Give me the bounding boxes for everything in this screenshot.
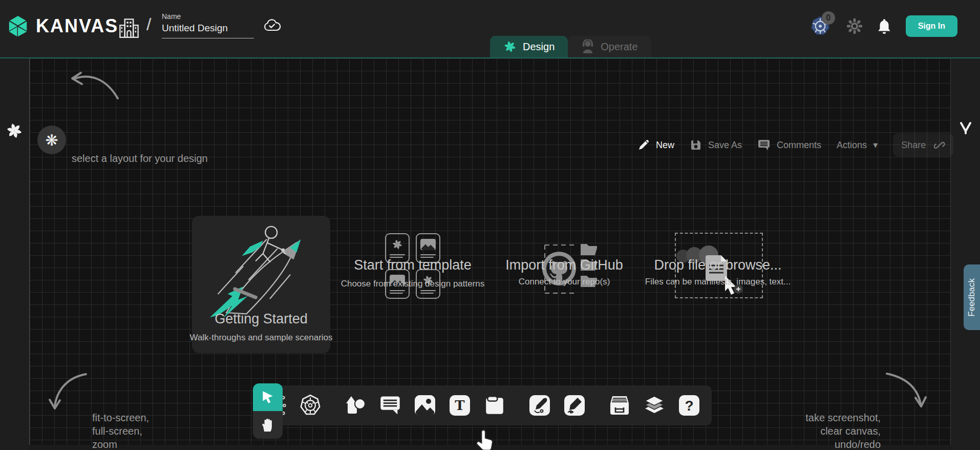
getting-started-card[interactable]: Getting Started Walk-throughs and sample… [192,216,330,353]
pen-path-icon [529,395,550,416]
name-label: Name [162,12,254,21]
design-name-input[interactable]: Untitled Design [162,23,254,38]
notifications-bell-icon[interactable] [877,18,891,34]
comments-button[interactable]: Comments [757,139,821,151]
card-subtitle: Files can be manifests, images, text... [626,277,810,287]
y-logo-icon[interactable] [958,121,973,140]
select-tool-button[interactable] [253,383,283,411]
share-button[interactable]: Share [893,133,953,157]
kubernetes-wheel-icon [299,394,322,417]
comment-bubble-icon [379,395,401,416]
actions-dropdown[interactable]: Actions ▾ [837,139,878,151]
pointer-tool-stack [253,383,283,439]
pencil-icon [637,139,650,151]
tab-operate-label: Operate [601,41,637,53]
comments-label: Comments [777,140,821,151]
pen-tool-button[interactable] [528,394,551,417]
pencil-scribble-icon [564,395,585,416]
pan-tool-button[interactable] [253,411,283,439]
layout-hint-text: select a layout for your design [72,153,208,165]
right-side-strip [951,58,980,450]
save-as-label: Save As [708,140,742,151]
brand-name: KANVAS [36,15,118,37]
tab-operate[interactable]: Operate [568,36,651,57]
notifications-count-badge: 0 [822,11,835,25]
card-title: Import from GitHub [477,257,651,273]
canvas-toolbar: New Save As Comments Actions [637,133,953,157]
flower-icon: ❋ [45,131,58,149]
mode-tabs: Design Operate [490,36,651,57]
caret-down-icon: ▾ [873,139,878,151]
pencil-tool-button[interactable] [563,394,586,417]
sticky-note-icon [484,395,505,416]
save-as-button[interactable]: Save As [690,139,742,151]
hint-take-screenshot: take screenshot, [805,411,881,424]
share-label: Share [901,140,926,151]
card-title: Getting Started [174,311,348,327]
archive-drawer-icon [608,394,631,417]
card-title: Start from template [326,257,500,273]
tool-palette: T [253,385,712,425]
feedback-label: Feedback [967,278,977,317]
feedback-tab[interactable]: Feedback [964,264,980,330]
hint-fit-to-screen: fit-to-screen, [92,411,149,424]
new-button[interactable]: New [637,139,674,151]
organization-icon[interactable] [119,15,139,40]
hint-undo-redo: undo/redo [805,438,881,450]
svg-text:?: ? [685,398,693,414]
comment-tool-button[interactable] [379,394,401,417]
share-link-icon [934,139,945,151]
hint-clear-canvas: clear canvas, [805,424,881,438]
shapes-icon [344,394,367,417]
text-tool-button[interactable]: T [449,394,471,417]
bottom-right-hints: take screenshot, clear canvas, undo/redo [805,411,881,450]
new-label: New [656,140,674,151]
kubernetes-tool-button[interactable] [299,394,322,417]
help-tool-button[interactable]: ? [678,394,700,417]
cloud-saved-icon [264,18,281,33]
svg-text:T: T [455,398,465,413]
shapes-tool-button[interactable] [344,394,367,417]
layers-icon [643,394,666,417]
sticky-note-tool-button[interactable] [483,394,506,417]
save-floppy-icon [690,139,702,151]
hint-zoom: zoom [92,438,149,450]
actions-label: Actions [837,140,867,151]
select-cursor-icon [260,390,275,405]
spiral-logo-icon[interactable] [6,122,23,139]
hand-pan-icon [261,417,275,433]
header-bar: KANVAS / Name Untitled Design [0,0,980,57]
card-title: Drop file or browse... [631,257,805,273]
breadcrumb-separator: / [146,14,151,34]
operate-headset-icon [581,39,594,54]
layout-picker-button[interactable]: ❋ [37,126,66,154]
bottom-left-hints: fit-to-screen, full-screen, zoom [92,411,149,450]
hint-full-screen: full-screen, [92,424,149,438]
archive-tool-button[interactable] [608,394,631,417]
left-side-strip [0,58,29,450]
header-right-controls: 0 [809,15,957,37]
design-spiral-icon [503,40,517,53]
card-subtitle: Walk-throughs and sample scenarios [169,333,353,343]
image-icon [420,239,436,250]
question-mark-icon: ? [679,395,699,416]
kanvas-hexagon-icon [6,14,30,38]
kanvas-app: KANVAS / Name Untitled Design [0,0,980,450]
spiral-icon [392,239,403,250]
comments-icon [757,139,771,151]
image-icon [415,395,435,416]
image-tool-button[interactable] [414,394,436,417]
rocket-illustration [200,223,321,320]
tab-design-label: Design [523,41,555,53]
tab-design[interactable]: Design [490,36,568,57]
brand-logo[interactable]: KANVAS [6,14,118,38]
settings-gear-icon[interactable] [846,18,863,34]
sign-in-button[interactable]: Sign In [906,15,957,37]
design-name-field: Name Untitled Design [162,12,254,38]
text-icon: T [450,395,470,416]
credits-indicator[interactable]: 0 [809,15,832,37]
layers-tool-button[interactable] [643,394,666,417]
